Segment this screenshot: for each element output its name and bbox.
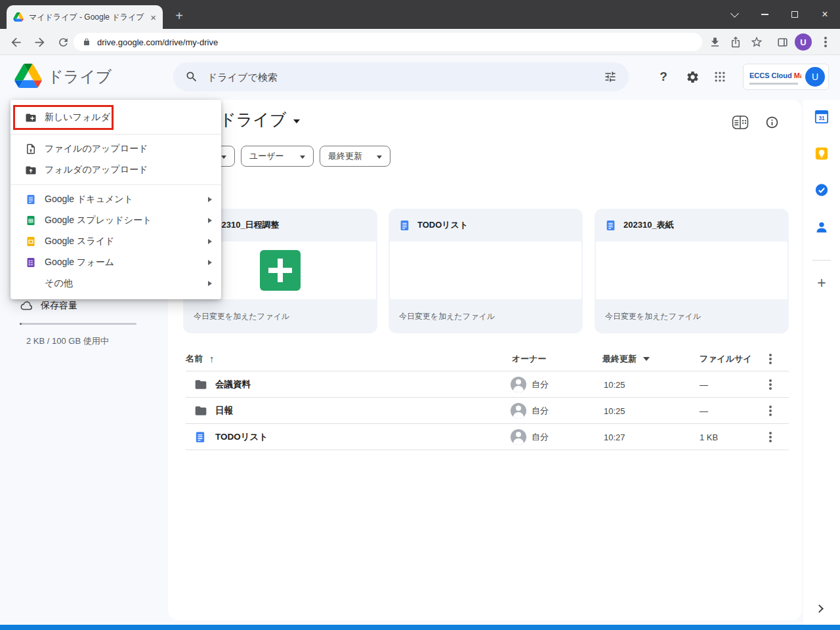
account-avatar[interactable]: U xyxy=(805,67,825,87)
tasks-icon[interactable] xyxy=(814,182,829,198)
window-minimize-button[interactable] xyxy=(749,0,780,29)
menu-item-google-docs[interactable]: Google ドキュメント xyxy=(10,189,221,210)
account-brand-tagline xyxy=(749,83,798,85)
menu-divider xyxy=(10,134,221,135)
window-close-button[interactable] xyxy=(810,0,840,29)
filter-chip-people[interactable]: ユーザー xyxy=(241,146,314,167)
sidebar-item-storage[interactable]: 保存容量 xyxy=(20,299,77,312)
chevron-down-icon xyxy=(300,156,305,159)
menu-item-label: フォルダのアップロード xyxy=(45,164,212,176)
owner-avatar xyxy=(511,429,526,445)
drive-logo[interactable] xyxy=(14,64,42,88)
folder-icon xyxy=(194,404,207,417)
tab-search-chevron-icon[interactable] xyxy=(719,0,749,29)
folder-icon xyxy=(194,378,207,391)
hide-side-panel-chevron-icon[interactable] xyxy=(815,604,824,613)
owner-avatar xyxy=(511,377,526,392)
storage-progress-bar xyxy=(20,323,136,325)
column-header-size[interactable]: ファイルサイ xyxy=(700,353,752,365)
storage-progress-fill xyxy=(20,323,22,325)
menu-item-more[interactable]: その他 xyxy=(10,273,221,294)
menu-item-label: Google ドキュメント xyxy=(45,194,200,205)
table-row[interactable]: 会議資料 自分 10:25 — xyxy=(186,371,789,398)
row-actions-kebab-icon[interactable] xyxy=(769,410,772,412)
settings-gear-icon[interactable] xyxy=(683,68,702,86)
docs-icon xyxy=(25,194,37,205)
row-actions-kebab-icon[interactable] xyxy=(769,436,772,438)
tab-title: マイドライブ - Google ドライブ xyxy=(29,12,145,23)
row-actions-kebab-icon[interactable] xyxy=(769,383,772,386)
keep-icon[interactable] xyxy=(814,146,829,161)
sort-ascending-icon[interactable] xyxy=(209,353,215,364)
tab-close-icon[interactable] xyxy=(150,12,156,22)
file-table-header: 名前 オーナー 最終更新 ファイルサイ xyxy=(186,346,789,371)
browser-menu-kebab-icon[interactable] xyxy=(818,34,833,50)
account-badge[interactable]: ECCS Cloud Mail U xyxy=(743,64,829,90)
file-name[interactable]: 日報 xyxy=(215,405,233,417)
filter-chip-modified[interactable]: 最終更新 xyxy=(320,146,390,167)
rail-divider xyxy=(812,260,831,261)
menu-item-label: その他 xyxy=(45,278,200,289)
table-row[interactable]: 日報 自分 10:25 — xyxy=(186,398,789,424)
menu-item-folder-upload[interactable]: フォルダのアップロード xyxy=(10,159,221,180)
sort-descending-icon xyxy=(643,357,650,361)
modified-time: 10:27 xyxy=(604,432,625,442)
card-title: 202310_表紙 xyxy=(623,219,674,231)
forward-button[interactable] xyxy=(32,34,47,50)
google-apps-grid-icon[interactable] xyxy=(711,68,729,86)
chevron-down-icon xyxy=(293,119,300,123)
submenu-chevron-icon xyxy=(208,218,212,223)
column-header-modified[interactable]: 最終更新 xyxy=(602,353,650,365)
storage-label: 保存容量 xyxy=(41,300,77,312)
cloud-icon xyxy=(20,299,33,312)
menu-item-file-upload[interactable]: ファイルのアップロード xyxy=(10,138,221,159)
column-header-name[interactable]: 名前 xyxy=(186,353,215,365)
drive-favicon-icon xyxy=(13,12,24,22)
menu-item-google-sheets[interactable]: Google スプレッドシート xyxy=(10,210,221,231)
docs-file-icon xyxy=(605,220,616,231)
layout-toggle-icon[interactable] xyxy=(732,114,749,131)
menu-item-label: ファイルのアップロード xyxy=(45,143,212,155)
reload-button[interactable] xyxy=(55,34,71,50)
side-panel-icon[interactable] xyxy=(774,34,790,50)
main-content-panel: マイドライブ 種類 ユーザー 最終更新 候補 202310_日程調整 今日変更を… xyxy=(168,100,802,620)
get-add-ons-plus-icon[interactable] xyxy=(812,273,831,293)
google-side-rail: 31 xyxy=(803,100,840,625)
contacts-icon[interactable] xyxy=(814,219,829,235)
file-size: — xyxy=(700,406,708,415)
browser-tab[interactable]: マイドライブ - Google ドライブ xyxy=(7,5,163,29)
back-button[interactable] xyxy=(8,34,24,50)
window-maximize-button[interactable] xyxy=(780,0,810,29)
file-size: — xyxy=(700,379,708,389)
info-icon[interactable] xyxy=(763,114,780,131)
file-name[interactable]: 会議資料 xyxy=(215,379,251,390)
file-card[interactable]: 202310_表紙 今日変更を加えたファイル xyxy=(595,209,789,333)
file-name[interactable]: TODOリスト xyxy=(215,431,268,443)
filter-chip-label: 最終更新 xyxy=(328,150,362,162)
menu-item-google-slides[interactable]: Google スライド xyxy=(10,231,221,252)
bottom-edge-bar xyxy=(0,625,840,630)
drive-search-bar[interactable] xyxy=(173,62,629,91)
search-icon[interactable] xyxy=(185,70,198,83)
address-bar[interactable]: drive.google.com/drive/my-drive xyxy=(74,33,702,51)
column-options-kebab-icon[interactable] xyxy=(769,358,772,360)
new-tab-button[interactable] xyxy=(171,7,188,24)
bookmark-star-icon[interactable] xyxy=(749,34,765,50)
lock-icon xyxy=(83,38,91,46)
card-reason: 今日変更を加えたファイル xyxy=(388,299,505,333)
browser-profile-avatar[interactable]: U xyxy=(795,33,812,51)
table-row[interactable]: TODOリスト 自分 10:27 1 KB xyxy=(186,424,789,450)
menu-item-google-forms[interactable]: Google フォーム xyxy=(10,252,221,273)
search-input[interactable] xyxy=(207,72,595,83)
card-thumbnail xyxy=(390,242,581,299)
calendar-icon[interactable]: 31 xyxy=(814,109,829,125)
downloads-icon[interactable] xyxy=(707,34,723,50)
share-icon[interactable] xyxy=(728,34,744,50)
column-header-owner[interactable]: オーナー xyxy=(512,353,547,365)
file-card[interactable]: TODOリスト 今日変更を加えたファイル xyxy=(388,209,583,333)
search-options-tune-icon[interactable] xyxy=(604,70,617,83)
docs-file-icon xyxy=(194,431,206,443)
account-brand: ECCS Cloud Mail xyxy=(749,69,801,85)
annotation-highlight-box xyxy=(13,105,114,130)
help-icon[interactable] xyxy=(654,68,673,86)
